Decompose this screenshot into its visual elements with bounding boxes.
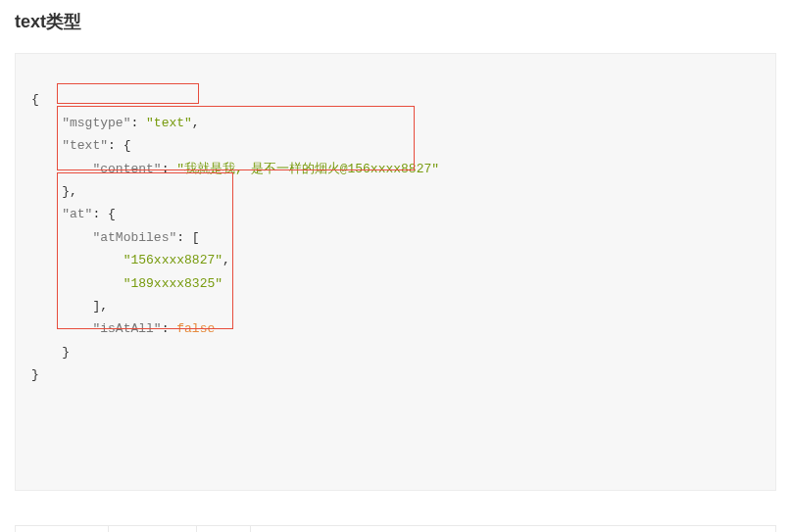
code-string: "我就是我, 是不一样的烟火@156xxxx8827" (176, 162, 439, 176)
highlight-box-msgtype (57, 83, 199, 104)
params-table: 参数 参数类型 必须 说明 msgtype String 是 消息类型，此时固定… (15, 525, 776, 532)
code-line: } (31, 367, 39, 382)
code-punc: }, (62, 184, 77, 199)
code-key: "text" (62, 138, 108, 153)
highlight-box-at (57, 172, 233, 329)
code-line: { (31, 92, 39, 107)
code-key: "at" (62, 207, 92, 221)
code-string: "156xxxx8827" (124, 253, 222, 267)
th-desc: 说明 (251, 526, 776, 532)
code-block: { "msgtype": "text", "text": { "content"… (15, 53, 776, 491)
code-key: "content" (92, 162, 161, 176)
th-param: 参数 (16, 526, 109, 532)
th-required: 必须 (197, 526, 251, 532)
code-key: "isAtAll" (92, 321, 161, 336)
code-key: "msgtype" (62, 116, 130, 130)
code-string: "text" (146, 116, 192, 130)
code-literal: false (176, 321, 215, 336)
code-key: "atMobiles" (92, 230, 176, 245)
code-punc: } (62, 345, 70, 360)
table-header-row: 参数 参数类型 必须 说明 (16, 526, 776, 532)
code-string: "189xxxx8325" (124, 276, 222, 291)
code-punc: ], (92, 299, 108, 314)
th-type: 参数类型 (109, 526, 197, 532)
section-title: text类型 (15, 10, 776, 33)
